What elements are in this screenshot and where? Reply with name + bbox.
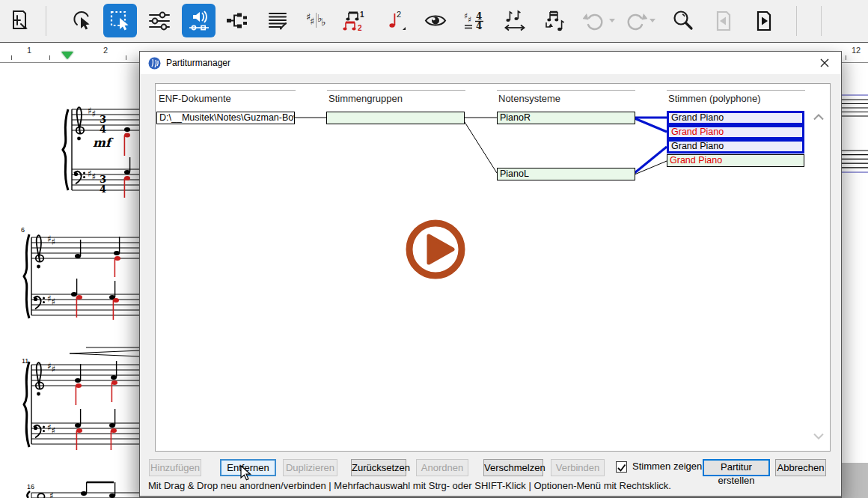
note-spacing-glyph [503,9,527,33]
voice-2-note-icon[interactable]: 2 [384,9,408,33]
checkmark-icon [617,463,626,473]
voices-1-2-icon[interactable]: 1 2 [342,9,366,33]
voice-2-note-glyph: 2 [384,9,408,33]
redo-dropdown-caret[interactable] [650,19,655,22]
scroll-down-icon[interactable] [813,433,824,440]
toolbar-separator [821,6,822,36]
dialog-titlebar[interactable]: Partiturmanager [140,52,841,74]
system-node-pianor[interactable]: PianoR [497,112,635,124]
scroll-up-icon[interactable] [813,114,824,121]
part-linking-icon[interactable] [225,9,249,33]
voice-node-4[interactable]: Grand Piano [667,154,804,167]
voice-node-3[interactable]: Grand Piano [667,139,804,154]
score-manager-panel: ENF-Dokumente Stimmengruppen Notensystem… [155,83,831,452]
dialog-hint-text: Mit Drag & Drop neu anordnen/verbinden |… [148,480,671,491]
mouse-cursor [240,465,252,482]
svg-text:♯: ♯ [310,16,314,27]
accidentals-glyph: ♯ ♯ ♭ ♭ [305,9,328,33]
svg-text:4: 4 [476,21,482,31]
play-button[interactable] [402,216,469,283]
anordnen-button[interactable]: Anordnen [416,459,468,476]
svg-text:♯: ♯ [468,15,471,25]
app-logo-icon [148,57,161,70]
note-transfer-icon[interactable] [543,9,567,33]
close-button[interactable] [807,52,841,74]
page-setup-icon[interactable] [7,9,31,33]
svg-text:♭: ♭ [321,16,326,28]
hinzufuegen-button[interactable]: Hinzufügen [149,459,201,476]
playback-nodes-icon[interactable] [182,4,216,37]
partitur-erstellen-button[interactable]: Partitur erstellen [703,459,770,476]
undo-icon[interactable] [583,9,607,33]
redo-glyph [623,9,647,33]
staff-system-2: 6 [21,226,142,320]
note-spacing-icon[interactable] [503,9,527,33]
next-page-icon[interactable] [752,9,776,33]
enf-document-node[interactable]: D:\__Musitek\Notes\Guzman-Bow [156,112,295,124]
undo-glyph [583,9,607,33]
abbrechen-button[interactable]: Abbrechen [775,459,826,476]
stimmen-zeigen-label[interactable]: Stimmen zeigen [632,461,702,472]
close-icon [820,58,829,67]
text-lines-edit-icon[interactable] [266,9,290,33]
toolbar-separator [796,6,797,36]
mixer-settings-icon[interactable] [147,9,171,33]
previous-page-icon[interactable] [712,9,736,33]
column-header-stimmen: Stimmen (polyphone) [668,93,761,104]
voice-node-2[interactable]: Grand Piano [667,125,804,139]
undo-dropdown-caret[interactable] [609,19,615,22]
duplizieren-button[interactable]: Duplizieren [283,459,337,476]
toolbar-separator [46,6,46,36]
part-linking-glyph [225,9,249,33]
svg-text:2: 2 [397,10,401,19]
rectangle-select-icon[interactable] [103,4,137,37]
dialog-bottom-edge [140,496,841,497]
staff-system-3: 11 [22,347,142,450]
column-header-enf-dokumente: ENF-Dokumente [159,93,231,104]
main-toolbar: ♯ ♯ ♭ ♭ 1 2 2 [0,0,868,43]
note-transfer-glyph [543,9,567,33]
verschmelzen-button[interactable]: Verschmelzen [483,459,543,476]
svg-text:4: 4 [476,11,482,22]
next-page-glyph [752,9,776,33]
zoom-magnifier-icon[interactable] [671,9,695,33]
zuruecksetzen-button[interactable]: Zurücksetzen [351,459,406,476]
verbinden-button[interactable]: Verbinden [551,459,605,476]
staff-system-4: 16 ♯ [27,482,142,498]
voice-group-node[interactable] [326,112,465,124]
mixer-settings-glyph [147,9,171,33]
ruler-tick [49,55,50,60]
page-end-area [842,463,868,498]
accidentals-icon[interactable]: ♯ ♯ ♭ ♭ [305,9,328,33]
text-lines-edit-glyph [266,9,290,33]
ruler-label: 2 [103,46,108,55]
playback-nodes-glyph [187,9,211,33]
ruler-label: 1 [27,46,31,55]
redo-icon[interactable] [623,9,647,33]
measure-number: 16 [27,483,34,491]
score-page-right-edge [842,63,868,498]
voice-node-1[interactable]: Grand Piano [667,111,804,125]
column-rule [667,90,805,91]
voices-1-2-glyph: 1 2 [342,9,366,33]
dynamic-marking: mf [93,136,114,150]
visibility-eye-icon[interactable] [424,9,447,33]
previous-page-glyph [712,9,736,33]
partiturmanager-dialog: Partiturmanager ENF-Dokumente Stimmengru… [139,51,842,498]
dialog-title: Partiturmanager [166,58,230,68]
svg-text:1: 1 [360,10,364,19]
measure-number: 6 [21,226,25,234]
time-key-signature-icon[interactable]: ♯ ♯ 4 4 [463,9,487,33]
ruler-tick [11,55,12,60]
stimmen-zeigen-checkbox[interactable] [616,461,627,473]
system-node-pianol[interactable]: PianoL [497,168,635,180]
ruler-tick [846,55,846,60]
score-systems: ♯♯ 3 4 3 4 mf 6 [0,63,142,498]
column-header-stimmengruppen: Stimmengruppen [328,93,403,104]
ruler-position-marker[interactable] [61,52,73,59]
svg-text:4: 4 [100,124,106,135]
column-rule [327,90,465,91]
pointer-select-icon[interactable] [70,9,94,33]
pointer-select-glyph [70,9,94,33]
column-rule [157,90,296,91]
